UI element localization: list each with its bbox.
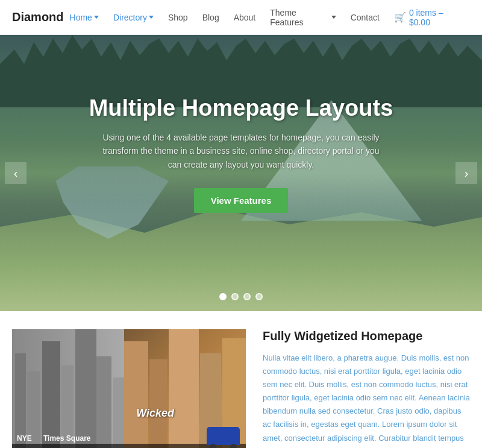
cart-button[interactable]: 🛒 0 items – $0.00 [388, 4, 470, 31]
building [42, 341, 60, 448]
hero-content: Multiple Homepage Layouts Using one of t… [0, 35, 482, 213]
slider-dots [219, 293, 263, 300]
nav-about[interactable]: About [228, 9, 262, 26]
chevron-down-icon [94, 16, 99, 19]
video-city-right: Wicked [124, 329, 246, 448]
building [124, 341, 148, 448]
site-logo[interactable]: Diamond [12, 10, 64, 24]
view-features-button[interactable]: View Features [194, 188, 289, 213]
nav-home[interactable]: Home [64, 9, 105, 26]
wicked-sign: Wicked [136, 407, 174, 420]
slider-next-button[interactable]: › [455, 162, 477, 184]
building [149, 359, 167, 448]
building [75, 329, 96, 448]
building [169, 329, 199, 448]
slider-prev-button[interactable]: ‹ [5, 162, 27, 184]
cart-icon: 🛒 [394, 11, 406, 23]
hero-title: Multiple Homepage Layouts [0, 95, 482, 121]
chevron-down-icon [149, 16, 154, 19]
nav-shop[interactable]: Shop [162, 9, 194, 26]
section-title: Fully Widgetized Homepage [263, 329, 470, 343]
main-nav: Home Directory Shop Blog About Theme Fea… [64, 4, 470, 31]
nav-contact[interactable]: Contact [345, 9, 386, 26]
hero-slider: ‹ Multiple Homepage Layouts Using one of… [0, 35, 482, 311]
slider-dot-4[interactable] [255, 293, 263, 300]
nav-theme-features[interactable]: Theme Features [264, 4, 342, 31]
section-paragraph-1: Nulla vitae elit libero, a pharetra augu… [263, 352, 470, 448]
section-text-content: Fully Widgetized Homepage Nulla vitae el… [263, 329, 470, 448]
nav-directory[interactable]: Directory [107, 9, 160, 26]
slider-dot-1[interactable] [219, 293, 227, 300]
video-label-nye: NYE [17, 434, 32, 443]
building [96, 356, 111, 448]
slider-dot-2[interactable] [231, 293, 239, 300]
nav-blog[interactable]: Blog [196, 9, 225, 26]
content-section: Wicked NYE Times Square 02:24 HD :: vime… [0, 311, 482, 448]
site-header: Diamond Home Directory Shop Blog About T… [0, 0, 482, 35]
chevron-down-icon [331, 16, 336, 19]
building [113, 377, 124, 448]
slider-dot-3[interactable] [243, 293, 251, 300]
video-label-times-square: Times Square [43, 434, 90, 443]
bus-shape [207, 427, 240, 445]
hero-subtitle: Using one of the 4 available page templa… [96, 131, 386, 171]
video-city-left [12, 329, 124, 448]
video-thumbnail: Wicked NYE Times Square 02:24 HD :: vime… [12, 329, 246, 448]
